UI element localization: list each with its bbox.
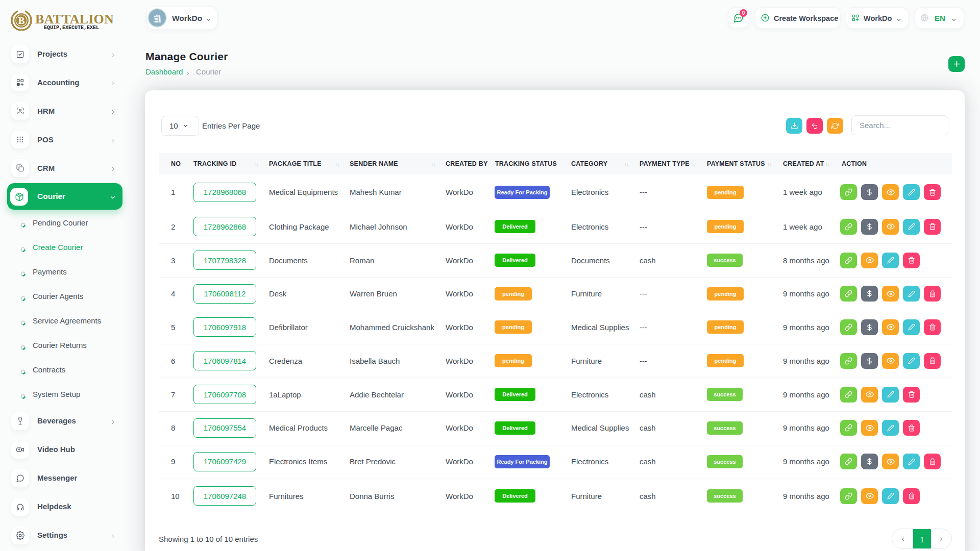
svg-text:B: B xyxy=(18,15,25,26)
